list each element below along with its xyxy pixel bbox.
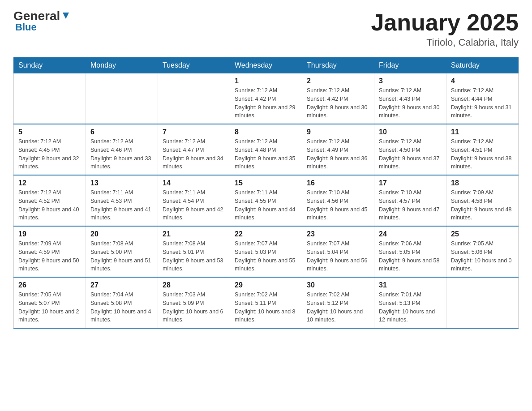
day-info: Sunrise: 7:08 AMSunset: 5:01 PMDaylight:…: [163, 240, 225, 273]
table-row: 18Sunrise: 7:09 AMSunset: 4:58 PMDayligh…: [446, 175, 519, 226]
day-info: Sunrise: 7:12 AMSunset: 4:46 PMDaylight:…: [90, 137, 153, 171]
day-number: 17: [379, 179, 442, 187]
day-number: 21: [163, 230, 225, 238]
day-info: Sunrise: 7:12 AMSunset: 4:51 PMDaylight:…: [451, 137, 514, 171]
day-number: 31: [379, 281, 442, 289]
table-row: 23Sunrise: 7:07 AMSunset: 5:04 PMDayligh…: [302, 226, 374, 277]
day-number: 30: [307, 281, 369, 289]
day-info: Sunrise: 7:12 AMSunset: 4:52 PMDaylight:…: [18, 188, 81, 222]
day-info: Sunrise: 7:09 AMSunset: 4:58 PMDaylight:…: [451, 188, 514, 222]
day-number: 7: [163, 128, 225, 136]
table-row: 17Sunrise: 7:10 AMSunset: 4:57 PMDayligh…: [374, 175, 446, 226]
table-row: 5Sunrise: 7:12 AMSunset: 4:45 PMDaylight…: [14, 124, 86, 175]
day-number: 5: [18, 128, 81, 136]
calendar-table: Sunday Monday Tuesday Wednesday Thursday…: [13, 57, 519, 329]
day-number: 26: [18, 281, 81, 289]
table-row: 29Sunrise: 7:02 AMSunset: 5:11 PMDayligh…: [230, 277, 302, 328]
day-number: 6: [90, 128, 153, 136]
table-row: [14, 73, 86, 124]
table-row: 30Sunrise: 7:02 AMSunset: 5:12 PMDayligh…: [302, 277, 374, 328]
day-number: 23: [307, 230, 369, 238]
table-row: 31Sunrise: 7:01 AMSunset: 5:13 PMDayligh…: [374, 277, 446, 328]
day-number: 9: [307, 128, 369, 136]
day-number: 24: [379, 230, 442, 238]
col-monday: Monday: [86, 58, 158, 73]
day-number: 27: [90, 281, 153, 289]
col-friday: Friday: [374, 58, 446, 73]
day-info: Sunrise: 7:04 AMSunset: 5:08 PMDaylight:…: [90, 291, 153, 324]
table-row: 7Sunrise: 7:12 AMSunset: 4:47 PMDaylight…: [158, 124, 230, 175]
table-row: 15Sunrise: 7:11 AMSunset: 4:55 PMDayligh…: [230, 175, 302, 226]
day-number: 20: [90, 230, 153, 238]
day-info: Sunrise: 7:12 AMSunset: 4:43 PMDaylight:…: [379, 86, 442, 120]
calendar-week-row: 26Sunrise: 7:05 AMSunset: 5:07 PMDayligh…: [14, 277, 519, 328]
day-number: 8: [235, 128, 297, 136]
day-info: Sunrise: 7:07 AMSunset: 5:04 PMDaylight:…: [307, 240, 369, 273]
day-number: 3: [379, 77, 442, 85]
table-row: 9Sunrise: 7:12 AMSunset: 4:49 PMDaylight…: [302, 124, 374, 175]
title-section: January 2025 Tiriolo, Calabria, Italy: [371, 9, 519, 48]
col-tuesday: Tuesday: [158, 58, 230, 73]
day-number: 14: [163, 179, 225, 187]
table-row: 11Sunrise: 7:12 AMSunset: 4:51 PMDayligh…: [446, 124, 519, 175]
day-number: 22: [235, 230, 297, 238]
day-info: Sunrise: 7:11 AMSunset: 4:54 PMDaylight:…: [163, 188, 225, 222]
calendar-week-row: 1Sunrise: 7:12 AMSunset: 4:42 PMDaylight…: [14, 73, 519, 124]
calendar-header-row: Sunday Monday Tuesday Wednesday Thursday…: [14, 58, 519, 73]
day-number: 28: [163, 281, 225, 289]
table-row: 12Sunrise: 7:12 AMSunset: 4:52 PMDayligh…: [14, 175, 86, 226]
table-row: 26Sunrise: 7:05 AMSunset: 5:07 PMDayligh…: [14, 277, 86, 328]
day-number: 10: [379, 128, 442, 136]
table-row: 19Sunrise: 7:09 AMSunset: 4:59 PMDayligh…: [14, 226, 86, 277]
table-row: 16Sunrise: 7:10 AMSunset: 4:56 PMDayligh…: [302, 175, 374, 226]
table-row: 8Sunrise: 7:12 AMSunset: 4:48 PMDaylight…: [230, 124, 302, 175]
day-number: 12: [18, 179, 81, 187]
day-info: Sunrise: 7:12 AMSunset: 4:47 PMDaylight:…: [163, 137, 225, 171]
day-info: Sunrise: 7:02 AMSunset: 5:11 PMDaylight:…: [235, 291, 297, 324]
svg-marker-0: [63, 13, 69, 19]
col-sunday: Sunday: [14, 58, 86, 73]
table-row: 4Sunrise: 7:12 AMSunset: 4:44 PMDaylight…: [446, 73, 519, 124]
day-info: Sunrise: 7:11 AMSunset: 4:53 PMDaylight:…: [90, 188, 153, 222]
table-row: 13Sunrise: 7:11 AMSunset: 4:53 PMDayligh…: [86, 175, 158, 226]
day-number: 19: [18, 230, 81, 238]
day-number: 15: [235, 179, 297, 187]
table-row: 1Sunrise: 7:12 AMSunset: 4:42 PMDaylight…: [230, 73, 302, 124]
day-info: Sunrise: 7:03 AMSunset: 5:09 PMDaylight:…: [163, 291, 225, 324]
col-wednesday: Wednesday: [230, 58, 302, 73]
day-info: Sunrise: 7:12 AMSunset: 4:50 PMDaylight:…: [379, 137, 442, 171]
day-info: Sunrise: 7:10 AMSunset: 4:56 PMDaylight:…: [307, 188, 369, 222]
day-info: Sunrise: 7:12 AMSunset: 4:42 PMDaylight:…: [307, 86, 369, 120]
col-thursday: Thursday: [302, 58, 374, 73]
day-number: 13: [90, 179, 153, 187]
month-title: January 2025: [371, 9, 519, 36]
day-info: Sunrise: 7:12 AMSunset: 4:45 PMDaylight:…: [18, 137, 81, 171]
day-info: Sunrise: 7:06 AMSunset: 5:05 PMDaylight:…: [379, 240, 442, 273]
calendar-week-row: 5Sunrise: 7:12 AMSunset: 4:45 PMDaylight…: [14, 124, 519, 175]
table-row: [446, 277, 519, 328]
calendar-week-row: 12Sunrise: 7:12 AMSunset: 4:52 PMDayligh…: [14, 175, 519, 226]
table-row: 10Sunrise: 7:12 AMSunset: 4:50 PMDayligh…: [374, 124, 446, 175]
table-row: 28Sunrise: 7:03 AMSunset: 5:09 PMDayligh…: [158, 277, 230, 328]
day-info: Sunrise: 7:10 AMSunset: 4:57 PMDaylight:…: [379, 188, 442, 222]
day-info: Sunrise: 7:01 AMSunset: 5:13 PMDaylight:…: [379, 291, 442, 324]
table-row: 14Sunrise: 7:11 AMSunset: 4:54 PMDayligh…: [158, 175, 230, 226]
table-row: 21Sunrise: 7:08 AMSunset: 5:01 PMDayligh…: [158, 226, 230, 277]
day-number: 4: [451, 77, 514, 85]
table-row: 25Sunrise: 7:05 AMSunset: 5:06 PMDayligh…: [446, 226, 519, 277]
table-row: 24Sunrise: 7:06 AMSunset: 5:05 PMDayligh…: [374, 226, 446, 277]
table-row: 3Sunrise: 7:12 AMSunset: 4:43 PMDaylight…: [374, 73, 446, 124]
location-title: Tiriolo, Calabria, Italy: [371, 37, 519, 48]
day-number: 16: [307, 179, 369, 187]
day-number: 29: [235, 281, 297, 289]
page-header: General Blue January 2025 Tiriolo, Calab…: [13, 9, 519, 48]
day-number: 18: [451, 179, 514, 187]
day-info: Sunrise: 7:12 AMSunset: 4:42 PMDaylight:…: [235, 86, 297, 120]
day-info: Sunrise: 7:12 AMSunset: 4:44 PMDaylight:…: [451, 86, 514, 120]
col-saturday: Saturday: [446, 58, 519, 73]
day-number: 2: [307, 77, 369, 85]
day-info: Sunrise: 7:05 AMSunset: 5:06 PMDaylight:…: [451, 240, 514, 273]
calendar-week-row: 19Sunrise: 7:09 AMSunset: 4:59 PMDayligh…: [14, 226, 519, 277]
day-info: Sunrise: 7:08 AMSunset: 5:00 PMDaylight:…: [90, 240, 153, 273]
logo-arrow-icon: [61, 11, 71, 21]
